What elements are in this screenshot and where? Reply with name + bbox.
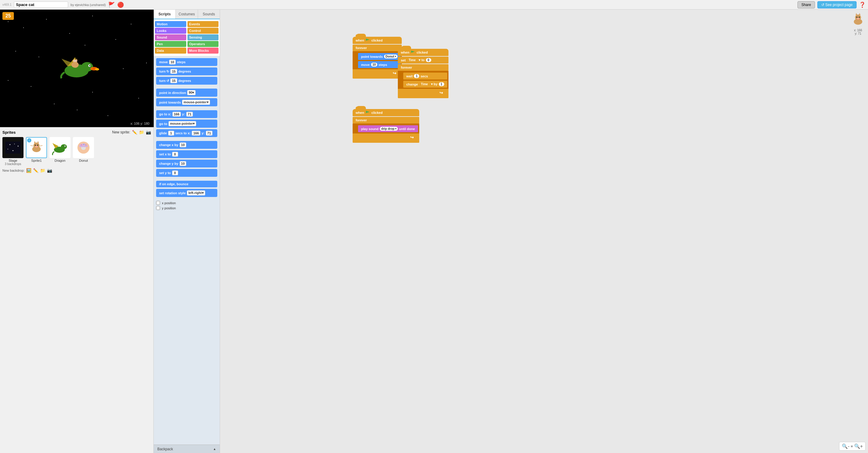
sprites-header: Sprites New sprite: ✏️ 📁 📷 [2, 130, 151, 135]
new-backdrop-area: New backdrop: 🖼️ ✏️ 📁 📷 [2, 168, 151, 173]
script-sound[interactable]: when clicked forever play sound drip dro… [352, 109, 419, 143]
hat-when-clicked-3[interactable]: when clicked [352, 109, 419, 116]
new-backdrop-label: New backdrop: [2, 169, 24, 172]
svg-point-37 [84, 144, 84, 145]
new-sprite-controls: New sprite: ✏️ 📁 📷 [112, 130, 151, 135]
sprite-item-dragon[interactable]: Dragon [50, 137, 70, 162]
cat-looks-button[interactable]: Looks [155, 28, 186, 34]
point-towards-donut[interactable]: point towards Donut [358, 53, 401, 60]
block-y-position-check[interactable]: y position [156, 206, 217, 210]
flag-icon-1 [366, 38, 370, 42]
svg-line-28 [39, 145, 42, 146]
stage-coordinates: x: 106 y: 180 [129, 121, 151, 126]
svg-point-15 [10, 144, 10, 145]
svg-marker-22 [34, 141, 36, 143]
score-badge: 25 [2, 12, 14, 20]
forever-block-1[interactable]: forever [352, 44, 402, 51]
forever-bottom-2: ↪ [398, 89, 434, 98]
svg-point-25 [37, 144, 38, 146]
new-backdrop-camera-button[interactable]: 📷 [47, 168, 52, 173]
dragon-label: Dragon [50, 159, 70, 162]
svg-point-30 [61, 144, 67, 149]
change-time-by-1[interactable]: change Time▾ by 1 [403, 81, 434, 88]
tabs: Scripts Costumes Sounds [154, 10, 220, 19]
play-sound-block[interactable]: play sound drip drop until done [358, 125, 418, 132]
hat-when-clicked-2[interactable]: when clicked [398, 49, 434, 56]
block-set-y[interactable]: set y to 0 [156, 169, 217, 177]
time-var-2: Time [419, 82, 430, 86]
block-point-direction[interactable]: point in direction 90▾ [156, 89, 217, 97]
project-name-input[interactable] [14, 1, 68, 8]
block-point-towards[interactable]: point towards mouse-pointer▾ [156, 98, 217, 106]
tab-sounds[interactable]: Sounds [198, 10, 220, 19]
block-turn-ccw[interactable]: turn ↺ 15 degrees [156, 77, 217, 85]
stage-backdrops-label: 3 backdrops [2, 162, 24, 166]
new-backdrop-paint-button[interactable]: 🖼️ [26, 168, 31, 173]
cat-operators-button[interactable]: Operators [187, 41, 219, 47]
svg-point-26 [35, 146, 38, 147]
block-set-x[interactable]: set x to 0 [156, 150, 217, 158]
cat-sensing-button[interactable]: Sensing [187, 34, 219, 40]
block-move[interactable]: move 10 steps [156, 58, 217, 66]
script-timer[interactable]: when clicked set Time▾ to 0 forever wait… [398, 49, 434, 98]
new-backdrop-upload-button[interactable]: 📁 [40, 168, 45, 173]
new-backdrop-draw-button[interactable]: ✏️ [33, 168, 38, 173]
block-glide[interactable]: glide 1 secs to x: 166 y: 71 [156, 129, 217, 137]
stop-button[interactable]: 🔴 [117, 1, 124, 8]
block-x-position-check[interactable]: x position [156, 201, 217, 205]
sprite-item-stage[interactable]: Stage 3 backdrops [2, 137, 24, 166]
author-label: by ejevichka (unshared) [70, 3, 106, 7]
main-layout: 25 x: 106 y: 180 Sprites New sprite: ✏️ … [0, 10, 434, 226]
svg-point-19 [13, 150, 13, 151]
move-10-steps[interactable]: move 10 steps [358, 61, 401, 68]
tab-scripts[interactable]: Scripts [154, 10, 176, 19]
wait-1-sec[interactable]: wait 1 secs [403, 73, 434, 79]
sprite-item-sprite1[interactable]: i Sprite1 [26, 137, 47, 162]
new-sprite-camera-button[interactable]: 📷 [146, 130, 151, 135]
blocks-list: move 10 steps turn ↻ 15 degrees turn ↺ 1… [154, 56, 220, 226]
svg-marker-23 [37, 141, 39, 143]
version-label: v469.1 [2, 3, 11, 6]
block-if-on-edge[interactable]: if on edge, bounce [156, 181, 217, 187]
svg-point-38 [86, 144, 87, 145]
cat-sound-button[interactable]: Sound [155, 34, 186, 40]
new-sprite-label: New sprite: [112, 130, 130, 134]
tab-costumes[interactable]: Costumes [176, 10, 198, 19]
topbar: v469.1 by ejevichka (unshared) 🚩 🔴 Share… [0, 0, 434, 10]
block-rotation-style[interactable]: set rotation style left-right▾ [156, 189, 217, 197]
svg-point-18 [7, 149, 8, 150]
cat-pen-button[interactable]: Pen [155, 41, 186, 47]
left-panel: 25 x: 106 y: 180 Sprites New sprite: ✏️ … [0, 10, 154, 226]
wait-input[interactable]: 1 [414, 74, 419, 78]
forever-block-2[interactable]: forever [398, 64, 434, 71]
sound-dropdown[interactable]: drip drop [380, 127, 398, 131]
block-change-x[interactable]: change x by 10 [156, 141, 217, 149]
set-time-block[interactable]: set Time▾ to 0 [398, 57, 434, 64]
new-sprite-draw-button[interactable]: ✏️ [132, 130, 137, 135]
green-flag-button[interactable]: 🚩 [108, 1, 115, 8]
new-sprite-upload-button[interactable]: 📁 [139, 130, 144, 135]
cat-control-button[interactable]: Control [187, 28, 219, 34]
sprite-info-icon[interactable]: i [27, 138, 31, 142]
svg-point-24 [35, 144, 36, 146]
flag-icon-3 [366, 111, 370, 115]
steps-input[interactable]: 10 [371, 63, 377, 67]
cat-data-button[interactable]: Data [155, 47, 186, 54]
target-dropdown-donut[interactable]: Donut [384, 55, 398, 58]
script-dragon-follow[interactable]: when clicked forever point towards Donut… [352, 37, 402, 78]
hat-when-clicked-1[interactable]: when clicked [352, 37, 402, 44]
block-turn-cw[interactable]: turn ↻ 15 degrees [156, 67, 217, 75]
svg-point-3 [89, 65, 90, 66]
cat-motion-button[interactable]: Motion [155, 21, 186, 27]
block-go-to-xy[interactable]: go to x: 166 y: 71 [156, 110, 217, 118]
svg-point-1 [81, 62, 93, 72]
block-change-y[interactable]: change y by 10 [156, 160, 217, 167]
cat-more-button[interactable]: More Blocks [187, 47, 219, 54]
time-value-input[interactable]: 0 [426, 58, 431, 62]
block-go-to[interactable]: go to mouse-pointer▾ [156, 120, 217, 128]
script-area[interactable]: x: 166y: 71 when clicked forever point t… [220, 10, 434, 226]
cat-events-button[interactable]: Events [187, 21, 219, 27]
sprite-item-donut[interactable]: Donut [73, 137, 94, 162]
middle-panel: Scripts Costumes Sounds Motion Events Lo… [154, 10, 220, 226]
forever-block-3[interactable]: forever [352, 117, 419, 124]
